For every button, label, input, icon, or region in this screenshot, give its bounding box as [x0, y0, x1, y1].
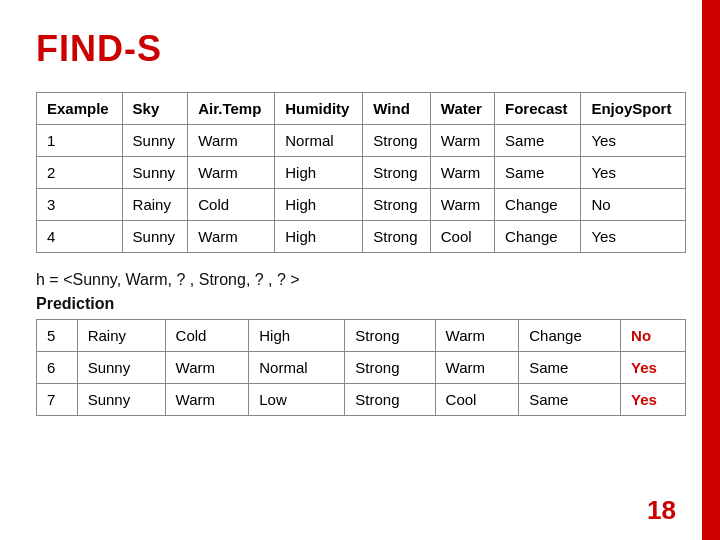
table-row: 5RainyColdHighStrongWarmChangeNo — [37, 320, 686, 352]
table-cell: Warm — [165, 352, 249, 384]
col-wind: Wind — [363, 93, 430, 125]
table-cell: Strong — [363, 125, 430, 157]
table-row: 1SunnyWarmNormalStrongWarmSameYes — [37, 125, 686, 157]
col-humidity: Humidity — [275, 93, 363, 125]
table-cell: Change — [519, 320, 621, 352]
col-forecast: Forecast — [495, 93, 581, 125]
table-row: 7SunnyWarmLowStrongCoolSameYes — [37, 384, 686, 416]
table-cell: 6 — [37, 352, 78, 384]
table-cell: Change — [495, 221, 581, 253]
table-cell: Sunny — [122, 221, 188, 253]
table-cell: Warm — [188, 125, 275, 157]
table-cell: Normal — [275, 125, 363, 157]
col-water: Water — [430, 93, 494, 125]
table-cell: Cold — [188, 189, 275, 221]
table-cell: Same — [495, 125, 581, 157]
page-title: FIND-S — [36, 28, 684, 70]
table-cell: High — [275, 157, 363, 189]
table-cell-enjoysport: Yes — [621, 384, 686, 416]
table-cell: Strong — [363, 221, 430, 253]
table-cell: Warm — [165, 384, 249, 416]
red-bar — [702, 0, 720, 540]
table-row: 4SunnyWarmHighStrongCoolChangeYes — [37, 221, 686, 253]
table-cell: Strong — [345, 384, 435, 416]
table-cell: Warm — [430, 157, 494, 189]
table-cell: Yes — [581, 125, 686, 157]
table-cell: Cold — [165, 320, 249, 352]
table-cell: No — [581, 189, 686, 221]
prediction-table: 5RainyColdHighStrongWarmChangeNo6SunnyWa… — [36, 319, 686, 416]
table-row: 6SunnyWarmNormalStrongWarmSameYes — [37, 352, 686, 384]
col-enjoysport: EnjoySport — [581, 93, 686, 125]
table-cell-enjoysport: Yes — [621, 352, 686, 384]
table-cell: Warm — [188, 157, 275, 189]
main-table: Example Sky Air.Temp Humidity Wind Water… — [36, 92, 686, 253]
table-cell: Warm — [430, 125, 494, 157]
table-cell: Cool — [435, 384, 519, 416]
col-example: Example — [37, 93, 123, 125]
table-row: 2SunnyWarmHighStrongWarmSameYes — [37, 157, 686, 189]
page-number: 18 — [647, 495, 676, 526]
table-cell: High — [275, 221, 363, 253]
prediction-label: Prediction — [36, 295, 684, 313]
table-cell: Warm — [435, 320, 519, 352]
table-cell: Yes — [581, 157, 686, 189]
table-cell: Strong — [345, 320, 435, 352]
table-cell: Warm — [430, 189, 494, 221]
table-cell: Sunny — [77, 384, 165, 416]
table-cell: Cool — [430, 221, 494, 253]
col-airtemp: Air.Temp — [188, 93, 275, 125]
table-row: 3RainyColdHighStrongWarmChangeNo — [37, 189, 686, 221]
table-cell: 5 — [37, 320, 78, 352]
table-cell: Normal — [249, 352, 345, 384]
table-cell: 7 — [37, 384, 78, 416]
table-cell: Strong — [345, 352, 435, 384]
table-cell: Sunny — [77, 352, 165, 384]
hint-line: h = <Sunny, Warm, ? , Strong, ? , ? > — [36, 271, 684, 289]
table-cell: 1 — [37, 125, 123, 157]
table-cell: Yes — [581, 221, 686, 253]
table-cell: Same — [495, 157, 581, 189]
table-cell: Same — [519, 384, 621, 416]
table-cell: Strong — [363, 189, 430, 221]
table-cell: Rainy — [122, 189, 188, 221]
table-cell: 2 — [37, 157, 123, 189]
table-cell-enjoysport: No — [621, 320, 686, 352]
table-cell: Same — [519, 352, 621, 384]
table-cell: Sunny — [122, 125, 188, 157]
col-sky: Sky — [122, 93, 188, 125]
table-cell: Low — [249, 384, 345, 416]
table-cell: Rainy — [77, 320, 165, 352]
table-cell: High — [249, 320, 345, 352]
table-cell: 3 — [37, 189, 123, 221]
table-cell: 4 — [37, 221, 123, 253]
table-cell: Warm — [435, 352, 519, 384]
table-cell: Warm — [188, 221, 275, 253]
table-cell: Change — [495, 189, 581, 221]
table-cell: Strong — [363, 157, 430, 189]
table-cell: High — [275, 189, 363, 221]
table-cell: Sunny — [122, 157, 188, 189]
